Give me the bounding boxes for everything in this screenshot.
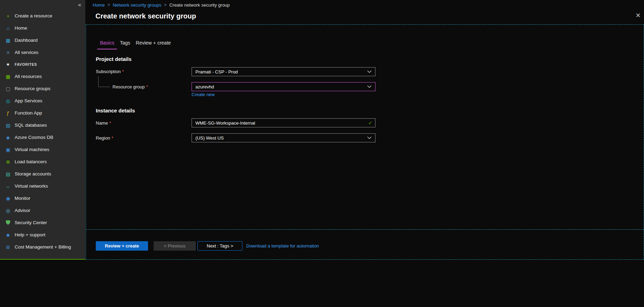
sidebar-item-monitor[interactable]: ◉ Monitor (0, 192, 85, 204)
sidebar-item-app-services[interactable]: ◎ App Services (0, 95, 85, 107)
close-icon[interactable]: × (636, 11, 641, 19)
name-label: Name* (96, 120, 111, 126)
subscription-label: Subscription* (96, 69, 124, 74)
sidebar-item-all-resources[interactable]: ▦ All resources (0, 70, 85, 82)
resource-group-value: azurevhd (195, 84, 367, 89)
function-app-icon: ƒ (5, 111, 11, 116)
valid-check-icon: ✓ (368, 120, 372, 126)
breadcrumb-item-create-network-security-group: Create network security group (169, 2, 230, 8)
next-tags-button[interactable]: Next : Tags > (197, 241, 242, 251)
sidebar-item-advisor[interactable]: ◎ Advisor (0, 204, 85, 217)
tab-basics[interactable]: Basics (97, 40, 117, 49)
sidebar-item-virtual-machines[interactable]: ▣ Virtual machines (0, 143, 85, 156)
sidebar-item-home[interactable]: ⌂ Home (0, 22, 85, 34)
sql-databases-icon: ▤ (5, 123, 11, 128)
sidebar-favorite-items: ▦ All resources ▢ Resource groups ◎ App … (0, 70, 85, 253)
sidebar-item-create-a-resource[interactable]: + Create a resource (0, 10, 85, 22)
name-field: ✓ (192, 118, 375, 127)
sidebar-item-security-center[interactable]: Security Center (0, 217, 85, 229)
sidebar-item-virtual-networks[interactable]: ↔ Virtual networks (0, 180, 85, 192)
sidebar-item-sql-databases[interactable]: ▤ SQL databases (0, 119, 85, 131)
virtual-machines-icon: ▣ (5, 147, 11, 152)
resource-group-connector-line (98, 76, 110, 87)
dashboard-icon: ▦ (5, 38, 11, 43)
virtual-networks-icon: ↔ (5, 184, 11, 189)
sidebar-item-all-services[interactable]: ≡ All services (0, 46, 85, 58)
name-input[interactable] (192, 119, 368, 127)
required-asterisk: * (111, 135, 113, 141)
resource-group-dropdown[interactable]: azurevhd (192, 82, 375, 91)
home-icon: ⌂ (5, 26, 11, 31)
sidebar-item-load-balancers[interactable]: ⊕ Load balancers (0, 156, 85, 168)
tabs: BasicsTagsReview + create (97, 40, 174, 49)
sidebar-collapse-row: « (0, 0, 85, 10)
load-balancers-icon: ⊕ (5, 159, 11, 164)
favorites-label: FAVORITES (15, 62, 37, 66)
help-support-icon: ☻ (5, 233, 11, 237)
sidebar-item-help-support[interactable]: ☻ Help + support (0, 229, 85, 241)
sidebar-top-items: + Create a resource ⌂ Home ▦ Dashboard ≡… (0, 10, 85, 58)
sidebar-item-storage-accounts[interactable]: ▤ Storage accounts (0, 168, 85, 180)
chevron-down-icon (367, 70, 372, 73)
sidebar-item-dashboard[interactable]: ▦ Dashboard (0, 34, 85, 46)
star-icon: ★ (5, 62, 11, 67)
app-services-icon: ◎ (5, 99, 11, 103)
security-center-icon (6, 220, 10, 225)
breadcrumb-item-network-security-groups[interactable]: Network security groups (113, 2, 161, 8)
sidebar-item-resource-groups[interactable]: ▢ Resource groups (0, 82, 85, 95)
plus-icon: + (5, 14, 11, 18)
required-asterisk: * (122, 69, 124, 74)
advisor-icon: ◎ (5, 208, 11, 213)
required-asterisk: * (109, 120, 111, 126)
tab-review-create[interactable]: Review + create (133, 40, 174, 49)
breadcrumb-separator: > (108, 2, 110, 7)
cosmos-db-icon: ◈ (5, 135, 11, 140)
sidebar-favorites-header: ★ FAVORITES (0, 58, 85, 70)
chevron-down-icon (367, 85, 372, 88)
chevron-down-icon (367, 136, 372, 139)
collapse-sidebar-icon[interactable]: « (78, 2, 81, 8)
footer-separator (86, 229, 644, 230)
previous-button[interactable]: < Previous (154, 241, 196, 251)
cost-management-icon: ⊞ (5, 245, 11, 250)
sidebar-item-cost-management-billing[interactable]: ⊞ Cost Management + Billing (0, 241, 85, 253)
create-new-link[interactable]: Create new (192, 92, 215, 97)
content-panel: BasicsTagsReview + create Project detail… (86, 24, 644, 260)
region-dropdown[interactable]: (US) West US (192, 133, 375, 142)
region-label: Region* (96, 135, 113, 141)
sidebar-item-azure-cosmos-db[interactable]: ◈ Azure Cosmos DB (0, 131, 85, 143)
page-title: Create network security group (95, 12, 196, 20)
resource-group-label: Resource group* (112, 84, 148, 89)
instance-details-heading: Instance details (96, 108, 135, 113)
download-template-link[interactable]: Download a template for automation (246, 241, 319, 251)
breadcrumb-item-home[interactable]: Home (93, 2, 105, 8)
region-value: (US) West US (195, 135, 367, 141)
all-services-icon: ≡ (5, 50, 11, 55)
sidebar-item-function-app[interactable]: ƒ Function App (0, 107, 85, 119)
required-asterisk: * (146, 84, 148, 89)
subscription-value: Pramati - CSP - Prod (195, 69, 367, 74)
review-create-button[interactable]: Review + create (96, 241, 148, 251)
azure-portal-window: « + Create a resource ⌂ Home ▦ Dashboard… (0, 0, 644, 307)
storage-accounts-icon: ▤ (5, 172, 11, 176)
breadcrumb: Home>Network security groups>Create netw… (85, 0, 644, 10)
all-resources-icon: ▦ (5, 74, 11, 79)
sidebar: « + Create a resource ⌂ Home ▦ Dashboard… (0, 0, 85, 260)
project-details-heading: Project details (96, 56, 132, 62)
subscription-dropdown[interactable]: Pramati - CSP - Prod (192, 67, 375, 76)
breadcrumb-separator: > (164, 2, 166, 7)
tab-tags[interactable]: Tags (117, 40, 133, 49)
title-bar: Create network security group × (85, 10, 644, 24)
resource-groups-icon: ▢ (5, 86, 11, 91)
monitor-icon: ◉ (5, 196, 11, 201)
